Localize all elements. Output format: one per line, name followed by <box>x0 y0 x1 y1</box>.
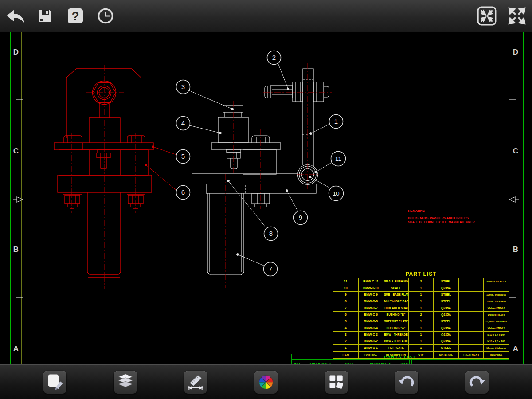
drawing-canvas[interactable]: D C B A D C B A <box>0 32 532 364</box>
part-list-row: 5BMW-C-5SUPPORT PLATE1STEEL10,5mm. thick… <box>333 318 509 325</box>
layers-icon <box>116 372 135 392</box>
svg-text:6: 6 <box>181 188 185 196</box>
part-list-cell <box>458 298 484 305</box>
back-button[interactable] <box>3 4 27 28</box>
part-list-cell: SUB - BASE PLATE <box>383 292 409 298</box>
remarks-title: REMARKS <box>408 209 475 213</box>
part-list-cell: 1 <box>408 305 434 312</box>
zone-label-right-a: A <box>513 344 518 353</box>
gstarcad-mc-app: { "app": {"name": "GstarCAD MC drawing v… <box>0 0 532 399</box>
svg-text:5: 5 <box>181 153 185 160</box>
part-list-cell: BMW-C-11 <box>358 278 383 285</box>
color-button[interactable] <box>254 371 278 394</box>
part-list-cell: BMW-C-2 <box>358 338 383 345</box>
history-icon <box>96 6 115 26</box>
part-list-cell: BUSHING "B" <box>383 312 409 318</box>
approvals-col-approvals-2: APPROVALS <box>362 360 399 365</box>
balloon-2: 2 <box>267 51 281 65</box>
annotate-button[interactable] <box>43 371 66 394</box>
part-list-cell: 9 <box>333 292 359 298</box>
fullscreen-icon <box>506 5 528 27</box>
part-list-cell: 1 <box>408 298 434 305</box>
approvals-col-date-1: DATE <box>337 360 362 365</box>
viewports-button[interactable] <box>325 371 348 394</box>
part-list-cell: 6 <box>333 312 359 318</box>
approvals-table: INIT APPROVALS DATE APPROVALS DATE <box>291 360 412 364</box>
balloon-3: 3 <box>176 80 190 94</box>
part-list-row: 3BMW-C-3BMW - THREADED PIN "B"1Q235AM12 … <box>333 332 509 338</box>
part-list-cell <box>458 292 484 298</box>
part-list-cell: BMW-C-4 <box>358 325 383 332</box>
part-list-cell: BMW-C-5 <box>358 318 383 325</box>
part-list-cell: 11 <box>333 278 359 285</box>
zone-label-right-c: C <box>513 147 518 155</box>
measure-button[interactable] <box>184 371 207 394</box>
part-list-cell <box>484 285 509 292</box>
svg-text:9: 9 <box>299 214 302 221</box>
part-list-cell <box>458 278 484 285</box>
fit-view-button[interactable] <box>474 4 499 28</box>
part-list-cell: Q235A <box>434 305 459 312</box>
part-list-row: 4BMW-C-4BUSHING "A"1Q235AWelded ITEM 5 <box>333 325 509 332</box>
svg-text:3: 3 <box>181 83 185 90</box>
balloon-11: 11 <box>331 152 346 166</box>
part-list-rows: 11BMW-C-11SMALL BUSHINGS3STEELWelded ITE… <box>333 278 509 352</box>
balloon-6: 6 <box>176 186 190 200</box>
balloon-5: 5 <box>176 150 190 164</box>
part-list-cell: Q235A <box>434 332 459 338</box>
redo-button[interactable] <box>466 371 489 394</box>
part-list-cell: SHAFT <box>383 285 409 292</box>
part-list-cell: 1 <box>408 345 434 352</box>
part-list-cell: 3 <box>408 278 434 285</box>
part-list-row: 7BMW-C-7THREADED SHAFT1Q235AWelded ITEM … <box>333 305 509 312</box>
help-button[interactable]: ? <box>63 4 88 28</box>
part-list-cell <box>458 345 484 352</box>
part-list-cell: 1 <box>408 332 434 338</box>
part-list-cell: 1 <box>408 285 434 292</box>
undo-button[interactable] <box>395 371 418 394</box>
measure-icon <box>186 372 205 392</box>
part-list-cell <box>458 338 484 345</box>
svg-text:4: 4 <box>181 119 185 127</box>
part-list-cell: THREADED SHAFT <box>383 305 409 312</box>
zone-label-right-b: B <box>513 245 518 254</box>
svg-text:1: 1 <box>334 117 338 125</box>
part-list-cell: 5 <box>333 318 359 325</box>
fullscreen-button[interactable] <box>505 4 529 28</box>
part-list-cell: 1 <box>408 318 434 325</box>
part-list-cell: 10mm. thickness <box>484 292 509 298</box>
part-list-row: 1BMW-C-1TILT PLATE1STEEL16mm. thickness <box>333 345 509 352</box>
part-list-cell: 8 <box>333 298 359 305</box>
bottom-toolbar <box>0 364 532 399</box>
part-list-cell: 3 <box>333 332 359 338</box>
part-list-cell: BMW - THREADED PIN "A" <box>383 338 409 345</box>
color-wheel-icon <box>256 372 276 392</box>
balloon-9: 9 <box>294 211 308 225</box>
top-toolbar: ? <box>0 0 532 32</box>
part-list-row: 9BMW-C-9SUB - BASE PLATE1STEEL10mm. thic… <box>333 292 509 298</box>
zone-label-right-d: D <box>513 48 518 56</box>
approvals-col-approvals-1: APPROVALS <box>303 360 337 365</box>
save-button[interactable] <box>33 4 58 28</box>
part-list-cell: BMW-C-9 <box>358 292 383 298</box>
part-list-cell <box>458 332 484 338</box>
svg-text:10: 10 <box>332 190 339 197</box>
layers-button[interactable] <box>114 371 137 394</box>
part-list-cell: STEEL <box>434 345 459 352</box>
part-list-cell: Q235A <box>434 338 459 345</box>
svg-text:11: 11 <box>335 156 341 162</box>
balloon-7: 7 <box>264 262 278 276</box>
remarks-line-2: SHALL BE BORNE BY THE MANUFACTURER <box>408 220 475 224</box>
balloon-4: 4 <box>176 117 190 130</box>
part-list-row: 10BMW-C-10SHAFT1Q235A <box>333 285 509 292</box>
part-list-cell: BMW-C-10 <box>358 285 383 292</box>
history-button[interactable] <box>93 4 118 28</box>
part-list-cell: 16mm. thickness <box>484 298 509 305</box>
part-list-cell: STEEL <box>434 318 459 325</box>
undo-icon <box>397 372 416 392</box>
part-list-row: 11BMW-C-11SMALL BUSHINGS3STEELWelded ITE… <box>333 278 509 285</box>
part-list-title: PART LIST <box>333 270 509 278</box>
part-list-cell: 10 <box>333 285 359 292</box>
svg-text:?: ? <box>71 9 79 23</box>
part-list-cell: BMW-C-1 <box>358 345 383 352</box>
